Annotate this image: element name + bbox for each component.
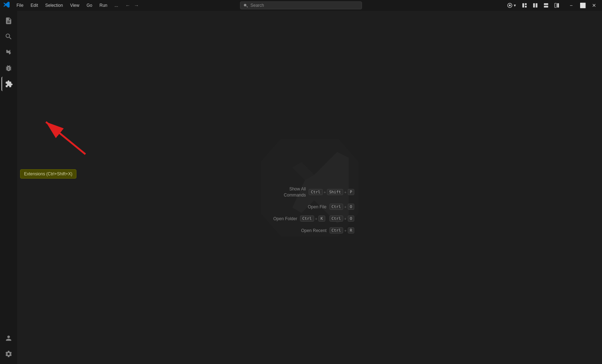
- extensions-tooltip: Extensions (Ctrl+Shift+X): [20, 169, 76, 179]
- kbd-ctrl-3: Ctrl: [300, 216, 314, 222]
- svg-line-12: [46, 122, 85, 154]
- welcome-commands: Show AllCommands Ctrl + Shift + P Open F…: [265, 186, 354, 234]
- svg-rect-3: [525, 3, 527, 5]
- annotation-arrow: [37, 117, 91, 163]
- kbd-shift: Shift: [327, 189, 343, 195]
- nav-forward[interactable]: →: [132, 2, 140, 9]
- cmd-open-file-label: Open File: [294, 204, 326, 209]
- layout-btn-1[interactable]: [519, 2, 530, 9]
- menu-file[interactable]: File: [14, 1, 26, 9]
- menu-edit[interactable]: Edit: [28, 1, 41, 9]
- activity-bar-bottom: [1, 331, 16, 361]
- kbd-ctrl-4: Ctrl: [329, 216, 343, 222]
- svg-rect-10: [557, 3, 559, 8]
- copilot-button[interactable]: ▾: [505, 2, 518, 9]
- cmd-open-folder-keys: Ctrl + K Ctrl + O: [300, 216, 354, 222]
- cmd-open-recent-label: Open Recent: [294, 228, 326, 233]
- copilot-dropdown: ▾: [514, 3, 516, 8]
- cmd-open-recent: Open Recent Ctrl + R: [294, 227, 354, 233]
- layout-btn-2[interactable]: [530, 2, 540, 9]
- svg-rect-6: [536, 3, 537, 8]
- account-icon: [5, 334, 13, 342]
- titlebar: File Edit Selection View Go Run ... ← → …: [0, 0, 602, 11]
- kbd-plus-1: +: [324, 190, 326, 194]
- sidebar-item-extensions[interactable]: Extensions (Ctrl+Shift+X): [1, 77, 16, 91]
- layout-buttons: [519, 2, 562, 9]
- nav-back[interactable]: ←: [124, 2, 132, 9]
- cmd-open-folder-label: Open Folder: [265, 216, 297, 221]
- kbd-ctrl-2: Ctrl: [329, 204, 343, 210]
- svg-rect-8: [544, 6, 548, 8]
- kbd-o-2: O: [348, 216, 354, 222]
- kbd-r: R: [348, 227, 354, 233]
- kbd-plus-6: +: [344, 228, 347, 233]
- cmd-open-recent-keys: Ctrl + R: [329, 227, 354, 233]
- svg-point-1: [509, 5, 511, 6]
- kbd-o: O: [348, 204, 354, 210]
- cmd-open-file: Open File Ctrl + O: [294, 204, 354, 210]
- close-button[interactable]: ✕: [589, 2, 599, 9]
- kbd-plus-5: +: [344, 217, 347, 221]
- cmd-open-folder: Open Folder Ctrl + K Ctrl + O: [265, 216, 354, 222]
- svg-rect-7: [544, 3, 548, 5]
- svg-rect-5: [533, 3, 535, 8]
- layout-btn-4[interactable]: [552, 2, 562, 9]
- titlebar-right: ▾ − ⬜ ✕: [505, 2, 599, 9]
- settings-icon: [5, 350, 13, 358]
- activity-bar: Extensions (Ctrl+Shift+X): [0, 11, 17, 364]
- main-layout: Extensions (Ctrl+Shift+X): [0, 11, 602, 364]
- app-logo: [3, 1, 11, 10]
- menu-go[interactable]: Go: [84, 1, 95, 9]
- svg-rect-4: [525, 6, 527, 8]
- search-activity-icon: [5, 33, 13, 41]
- cmd-show-all-commands-label: Show AllCommands: [273, 186, 306, 198]
- minimize-button[interactable]: −: [566, 2, 576, 9]
- kbd-ctrl: Ctrl: [309, 189, 323, 195]
- menu-run[interactable]: Run: [97, 1, 110, 9]
- git-icon: [5, 48, 13, 56]
- sidebar-item-source-control[interactable]: [1, 45, 16, 60]
- menu-more[interactable]: ...: [112, 1, 121, 9]
- sidebar-item-search[interactable]: [1, 29, 16, 44]
- nav-arrows: ← →: [124, 2, 140, 9]
- search-center: Search: [240, 1, 362, 9]
- sidebar-item-explorer[interactable]: [1, 14, 16, 28]
- sidebar-item-settings[interactable]: [1, 347, 16, 361]
- copilot-icon: [507, 3, 513, 8]
- kbd-plus-2: +: [344, 190, 347, 194]
- search-icon: [243, 3, 248, 8]
- svg-rect-2: [522, 3, 524, 8]
- extensions-icon: [5, 80, 13, 88]
- kbd-p: P: [348, 189, 354, 195]
- cmd-show-all-commands: Show AllCommands Ctrl + Shift + P: [273, 186, 354, 198]
- layout-btn-3[interactable]: [541, 2, 551, 9]
- cmd-show-all-commands-keys: Ctrl + Shift + P: [309, 189, 354, 195]
- kbd-ctrl-5: Ctrl: [329, 227, 343, 233]
- svg-rect-9: [555, 3, 556, 8]
- kbd-k: K: [318, 216, 325, 222]
- menu-selection[interactable]: Selection: [42, 1, 66, 9]
- kbd-plus-3: +: [344, 205, 347, 209]
- menu-view[interactable]: View: [67, 1, 82, 9]
- sidebar-item-run-debug[interactable]: [1, 61, 16, 75]
- debug-icon: [5, 64, 13, 72]
- sidebar-item-accounts[interactable]: [1, 331, 16, 345]
- search-bar[interactable]: Search: [240, 1, 362, 9]
- cmd-open-file-keys: Ctrl + O: [329, 204, 354, 210]
- kbd-plus-4: +: [315, 217, 317, 221]
- maximize-button[interactable]: ⬜: [578, 2, 588, 9]
- editor-area: Show AllCommands Ctrl + Shift + P Open F…: [17, 11, 602, 364]
- files-icon: [5, 17, 13, 25]
- search-placeholder: Search: [250, 3, 264, 8]
